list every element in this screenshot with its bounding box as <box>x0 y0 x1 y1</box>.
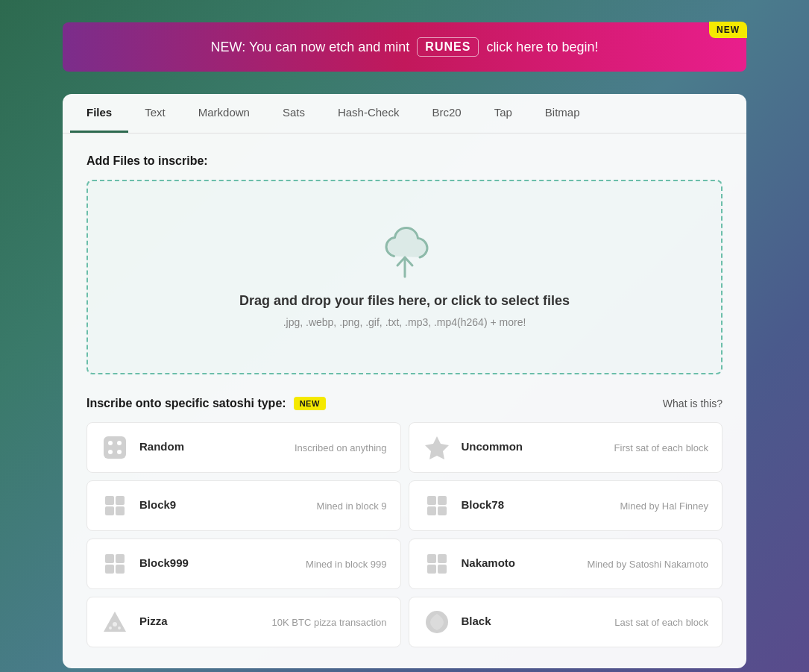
svg-rect-6 <box>105 496 114 505</box>
sat-pizza-name: Pizza <box>139 615 168 627</box>
sat-random-name: Random <box>139 440 184 453</box>
drop-main-text: Drag and drop your files here, or click … <box>239 293 570 309</box>
svg-rect-18 <box>427 554 436 563</box>
tab-bar: Files Text Markdown Sats Hash-Check Brc2… <box>63 94 746 134</box>
svg-rect-14 <box>105 554 114 563</box>
svg-point-24 <box>109 627 112 629</box>
sat-nakamoto-name: Nakamoto <box>462 556 516 569</box>
sat-black-desc: Last sat of each block <box>614 617 708 628</box>
tab-markdown[interactable]: Markdown <box>182 94 266 133</box>
svg-rect-12 <box>427 506 436 515</box>
sat-uncommon-name: Uncommon <box>462 440 523 453</box>
banner-new-badge: NEW <box>709 22 747 38</box>
svg-point-2 <box>117 441 122 445</box>
banner[interactable]: NEW: You can now etch and mint RUNES cli… <box>63 22 746 72</box>
svg-rect-11 <box>438 496 447 505</box>
tab-files[interactable]: Files <box>70 94 128 133</box>
svg-rect-15 <box>116 554 125 563</box>
svg-rect-19 <box>438 554 447 563</box>
sat-block9-name: Block9 <box>139 498 176 511</box>
tab-hash-check[interactable]: Hash-Check <box>321 94 416 133</box>
sat-block78-desc: Mined by Hal Finney <box>620 500 709 512</box>
sat-nakamoto-desc: Mined by Satoshi Nakamoto <box>587 559 708 570</box>
sat-uncommon-desc: First sat of each block <box>614 442 708 453</box>
svg-rect-0 <box>104 436 126 459</box>
sat-block78-name: Block78 <box>462 498 505 511</box>
sat-item-uncommon[interactable]: Uncommon First sat of each block <box>409 422 723 473</box>
svg-marker-22 <box>104 612 126 632</box>
upload-cloud-icon <box>375 226 435 278</box>
svg-rect-16 <box>105 565 114 574</box>
svg-rect-8 <box>105 506 114 515</box>
add-files-label: Add Files to inscribe: <box>86 154 723 168</box>
main-card: Files Text Markdown Sats Hash-Check Brc2… <box>63 94 746 668</box>
drop-sub-text: .jpg, .webp, .png, .gif, .txt, .mp3, .mp… <box>283 316 526 328</box>
sat-item-nakamoto[interactable]: Nakamoto Mined by Satoshi Nakamoto <box>409 538 723 589</box>
banner-text-after: click here to begin! <box>486 40 598 55</box>
tab-text[interactable]: Text <box>128 94 182 133</box>
sat-block999-name: Block999 <box>139 556 189 569</box>
svg-point-25 <box>118 627 121 629</box>
svg-rect-20 <box>427 565 436 574</box>
tab-tap[interactable]: Tap <box>478 94 529 133</box>
block9-icon <box>101 492 129 520</box>
sat-item-random[interactable]: Random Inscribed on anything <box>86 422 401 473</box>
tab-brc20[interactable]: Brc20 <box>415 94 477 133</box>
satoshi-new-badge: NEW <box>294 397 326 410</box>
tab-sats[interactable]: Sats <box>266 94 321 133</box>
file-drop-zone[interactable]: Drag and drop your files here, or click … <box>86 180 723 374</box>
banner-text-before: NEW: You can now etch and mint <box>211 40 410 55</box>
sat-pizza-desc: 10K BTC pizza transaction <box>272 617 387 628</box>
block999-icon <box>101 550 129 578</box>
banner-runes-badge: RUNES <box>417 37 479 57</box>
satoshi-title: Inscribe onto specific satoshi type: NEW <box>86 397 326 410</box>
sat-black-name: Black <box>462 615 491 627</box>
satoshi-header: Inscribe onto specific satoshi type: NEW… <box>86 397 723 410</box>
pizza-icon <box>101 608 129 636</box>
sat-item-pizza[interactable]: Pizza 10K BTC pizza transaction <box>86 597 401 647</box>
sat-item-block999[interactable]: Block999 Mined in block 999 <box>86 538 401 589</box>
tab-bitmap[interactable]: Bitmap <box>529 94 596 133</box>
satoshi-title-text: Inscribe onto specific satoshi type: <box>86 397 286 410</box>
sat-block999-desc: Mined in block 999 <box>306 559 386 570</box>
content-area: Add Files to inscribe: Drag and drop you… <box>63 134 746 668</box>
nakamoto-icon <box>423 550 451 578</box>
satoshi-grid: Random Inscribed on anything Uncommon Fi… <box>86 422 723 647</box>
sat-random-desc: Inscribed on anything <box>295 442 387 453</box>
block78-icon <box>423 492 451 520</box>
svg-rect-9 <box>116 506 125 515</box>
what-is-this-link[interactable]: What is this? <box>663 398 723 409</box>
svg-point-3 <box>108 450 113 454</box>
sat-item-block9[interactable]: Block9 Mined in block 9 <box>86 480 401 531</box>
sat-block9-desc: Mined in block 9 <box>317 500 387 512</box>
svg-rect-10 <box>427 496 436 505</box>
black-icon <box>423 608 451 636</box>
svg-point-23 <box>113 622 117 627</box>
svg-point-1 <box>108 441 113 445</box>
svg-rect-17 <box>116 565 125 574</box>
svg-rect-21 <box>438 565 447 574</box>
sat-item-block78[interactable]: Block78 Mined by Hal Finney <box>409 480 723 531</box>
svg-rect-13 <box>438 506 447 515</box>
uncommon-icon <box>423 433 451 462</box>
banner-text: NEW: You can now etch and mint RUNES cli… <box>211 37 599 57</box>
svg-marker-5 <box>425 436 449 459</box>
svg-point-4 <box>117 450 122 454</box>
sat-item-black[interactable]: Black Last sat of each block <box>409 597 723 647</box>
random-icon <box>101 433 129 462</box>
svg-rect-7 <box>116 496 125 505</box>
satoshi-section: Inscribe onto specific satoshi type: NEW… <box>86 397 723 647</box>
